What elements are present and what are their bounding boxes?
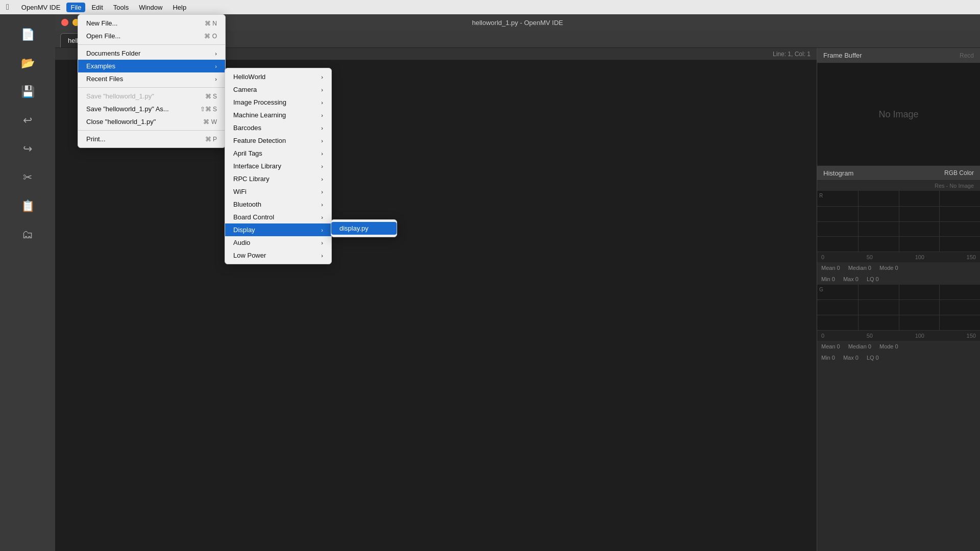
menu-examples[interactable]: Examples › [78,60,225,72]
menu-close[interactable]: Close "helloworld_1.py" ⌘ W [78,115,225,128]
examples-image-processing[interactable]: Image Processing › [225,96,331,109]
examples-camera[interactable]: Camera › [225,83,331,96]
max-label: Max 0 [843,276,859,282]
no-image-label: No Image [878,109,918,120]
examples-board-control[interactable]: Board Control › [225,211,331,223]
open-folder-icon[interactable]: 📂 [17,53,38,73]
axis-0: 0 [821,254,824,260]
undo-icon[interactable]: ↩ [17,110,38,131]
wifi-label: WiFi [233,188,247,195]
menu-save-as[interactable]: Save "helloworld_1.py" As... ⇧⌘ S [78,103,225,115]
open-file-shortcut: ⌘ O [204,33,217,40]
close-shortcut: ⌘ W [203,118,217,126]
examples-barcodes[interactable]: Barcodes › [225,121,331,134]
new-file-label: New File... [86,19,117,27]
apple-icon:  [6,3,9,12]
frame-buffer-header: Frame Buffer Recd [817,48,980,63]
examples-display[interactable]: Display › [225,223,331,236]
examples-bluetooth[interactable]: Bluetooth › [225,198,331,211]
save-label: Save "helloworld_1.py" [86,92,154,100]
examples-low-power[interactable]: Low Power › [225,249,331,262]
menu-open-file[interactable]: Open File... ⌘ O [78,30,225,42]
redo-icon[interactable]: ↪ [17,139,38,159]
menubar-file[interactable]: File [66,3,85,12]
examples-rpc-library[interactable]: RPC Library › [225,172,331,185]
examples-wifi[interactable]: WiFi › [225,185,331,198]
menu-save: Save "helloworld_1.py" ⌘ S [78,90,225,103]
display-py-label: display.py [339,224,369,232]
menu-documents-folder[interactable]: Documents Folder › [78,47,225,60]
separator-3 [78,130,225,131]
histogram-header: Histogram RGB Color [817,165,980,181]
save-file-icon[interactable]: 💾 [17,82,38,102]
examples-machine-learning[interactable]: Machine Learning › [225,109,331,121]
histogram-g-stats-2: Min 0 Max 0 LQ 0 [817,352,980,363]
examples-menu: HelloWorld › Camera › Image Processing ›… [225,68,332,264]
axis-50: 50 [867,254,873,260]
docs-folder-label: Documents Folder [86,49,140,57]
docs-folder-arrow: › [215,51,217,57]
examples-feature-detection[interactable]: Feature Detection › [225,134,331,147]
axis-150: 150 [967,254,976,260]
menubar-window[interactable]: Window [135,3,166,12]
menubar-apple-name[interactable]: OpenMV IDE [17,3,65,12]
histogram-label: Histogram [823,169,853,177]
image-processing-label: Image Processing [233,98,286,106]
menu-new-file[interactable]: New File... ⌘ N [78,17,225,30]
documents-icon[interactable]: 🗂 [17,224,38,245]
axis-100: 100 [915,254,924,260]
menubar-edit[interactable]: Edit [87,3,107,12]
examples-audio[interactable]: Audio › [225,236,331,249]
display-py-item[interactable]: display.py [331,222,397,235]
histogram-r-stats-1: Mean 0 Median 0 Mode 0 [817,262,980,273]
menubar-tools[interactable]: Tools [109,3,133,12]
helloworld-label: HelloWorld [233,73,265,81]
menu-recent-files[interactable]: Recent Files › [78,72,225,85]
mean-label: Mean 0 [821,265,840,271]
display-submenu: display.py [331,219,397,237]
res-no-image: Res - No Image [935,183,974,189]
bluetooth-label: Bluetooth [233,201,261,208]
histogram-r-stats-2: Min 0 Max 0 LQ 0 [817,273,980,285]
save-as-shortcut: ⇧⌘ S [200,106,217,113]
histogram-g-stats-1: Mean 0 Median 0 Mode 0 [817,341,980,352]
save-shortcut: ⌘ S [205,93,217,100]
histogram-r-chart: R [817,191,980,252]
window-title: helloworld_1.py - OpenMV IDE [472,19,563,27]
mode-label: Mode 0 [879,265,898,271]
new-file-icon[interactable]: 📄 [17,24,38,45]
close-label: Close "helloworld_1.py" [86,118,156,126]
g-channel-label: G [819,287,823,292]
audio-label: Audio [233,239,250,246]
examples-arrow: › [215,63,217,69]
rpc-library-label: RPC Library [233,175,270,183]
separator-2 [78,87,225,88]
menu-print[interactable]: Print... ⌘ P [78,133,225,145]
lq-label: LQ 0 [867,276,879,282]
examples-april-tags[interactable]: April Tags › [225,147,331,160]
min-label: Min 0 [821,276,835,282]
cut-icon[interactable]: ✂ [17,167,38,188]
examples-helloworld[interactable]: HelloWorld › [225,70,331,83]
board-control-label: Board Control [233,213,274,221]
rgb-color-label: RGB Color [944,169,974,177]
r-channel-label: R [819,193,823,198]
menubar-help[interactable]: Help [168,3,190,12]
recent-files-label: Recent Files [86,75,123,83]
copy-icon[interactable]: 📋 [17,196,38,216]
separator-1 [78,44,225,45]
recd-label: Recd [960,52,974,59]
file-menu: New File... ⌘ N Open File... ⌘ O Documen… [78,14,226,148]
histogram-res: Res - No Image [817,181,980,191]
cursor-position: Line: 1, Col: 1 [773,51,811,58]
mac-title-bar:  OpenMV IDE File Edit Tools Window Help [0,0,980,14]
examples-label: Examples [86,62,115,70]
camera-label: Camera [233,86,257,93]
histogram-g-axis: 0 50 100 150 [817,331,980,341]
close-button[interactable] [61,19,68,26]
save-as-label: Save "helloworld_1.py" As... [86,105,169,113]
machine-learning-label: Machine Learning [233,111,286,119]
examples-interface-library[interactable]: Interface Library › [225,160,331,172]
low-power-label: Low Power [233,252,266,259]
menu-bar: OpenMV IDE File Edit Tools Window Help [17,3,190,12]
